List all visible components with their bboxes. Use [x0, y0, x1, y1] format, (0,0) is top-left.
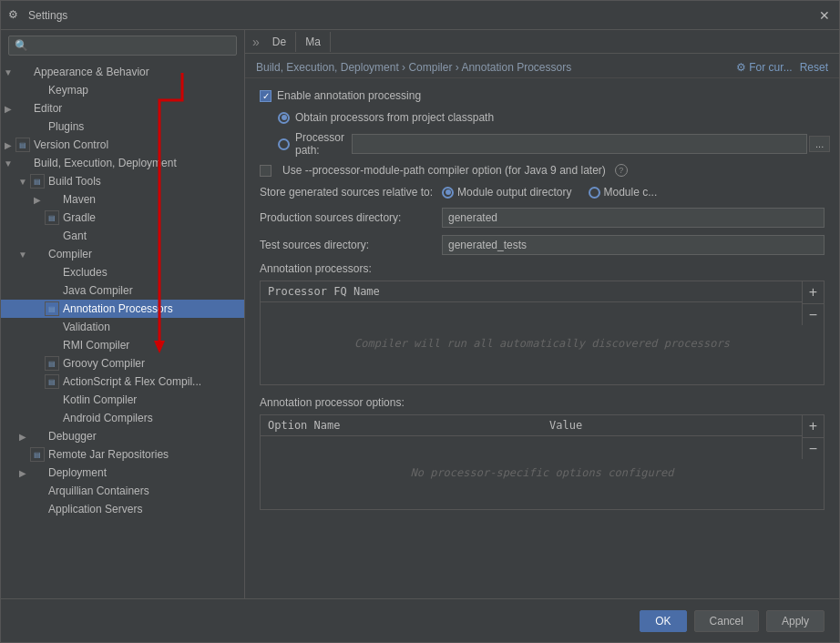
- main-content: ✓ Enable annotation processing Obtain pr…: [245, 78, 839, 598]
- sidebar-item-actionscript[interactable]: ▤ ActionScript & Flex Compil...: [1, 373, 244, 391]
- sidebar-label-plugins: Plugins: [48, 120, 84, 133]
- store-sources-label: Store generated sources relative to:: [260, 186, 433, 199]
- tree-icon-remote-jar: ▤: [30, 447, 45, 462]
- sidebar-item-keymap[interactable]: Keymap: [1, 81, 244, 99]
- test-sources-row: Test sources directory:: [260, 235, 825, 255]
- test-sources-label: Test sources directory:: [260, 239, 442, 251]
- breadcrumb-bar: Build, Execution, Deployment › Compiler …: [245, 54, 839, 78]
- processors-add-button[interactable]: +: [802, 281, 824, 303]
- sidebar-label-build: Build, Execution, Deployment: [34, 157, 177, 169]
- tab-ma[interactable]: Ma: [296, 32, 331, 52]
- sources-radio-group: Module output directory Module c...: [442, 186, 657, 199]
- ok-button[interactable]: OK: [640, 610, 686, 632]
- tree-arrow-actionscript: [30, 374, 45, 389]
- obtain-processors-text: Obtain processors from project classpath: [295, 111, 494, 124]
- sidebar-label-appearance: Appearance & Behavior: [34, 66, 149, 78]
- sidebar-item-groovy-compiler[interactable]: ▤ Groovy Compiler: [1, 354, 244, 373]
- sidebar-label-validation: Validation: [63, 321, 110, 333]
- sidebar-item-android-compilers[interactable]: Android Compilers: [1, 409, 244, 427]
- sidebar-label-editor: Editor: [34, 102, 62, 115]
- obtain-processors-radio[interactable]: [278, 112, 290, 124]
- sidebar-item-gant[interactable]: Gant: [1, 227, 244, 245]
- apply-button[interactable]: Apply: [766, 610, 825, 632]
- options-add-button[interactable]: +: [802, 415, 824, 437]
- sidebar-item-kotlin-compiler[interactable]: Kotlin Compiler: [1, 391, 244, 409]
- sidebar-item-version-control[interactable]: ▶ ▤ Version Control: [1, 136, 244, 154]
- processor-path-row: Processor path: ...: [260, 131, 825, 157]
- dialog-title: Settings: [28, 9, 817, 22]
- sidebar-item-application-servers[interactable]: Application Servers: [1, 500, 244, 518]
- sidebar-label-annotation-processors: Annotation Processors: [63, 302, 173, 315]
- production-sources-label: Production sources directory:: [260, 211, 442, 224]
- processor-path-label[interactable]: Processor path:: [278, 131, 344, 157]
- help-icon[interactable]: ?: [615, 164, 628, 177]
- cancel-button[interactable]: Cancel: [694, 610, 759, 632]
- sidebar-item-rmi-compiler[interactable]: RMI Compiler: [1, 336, 244, 354]
- tree-icon-groovy-compiler: ▤: [45, 356, 59, 371]
- sidebar-item-plugins[interactable]: Plugins: [1, 117, 244, 136]
- settings-dialog: ⚙ Settings ✕ ▼ Appearance & Behavior Key…: [0, 0, 840, 643]
- sidebar-item-debugger[interactable]: ▶ Debugger: [1, 427, 244, 445]
- sidebar-label-deployment: Deployment: [48, 466, 107, 479]
- options-remove-button[interactable]: −: [802, 437, 824, 459]
- module-c-label: Module c...: [604, 186, 658, 199]
- tree-icon-build-tools: ▤: [30, 174, 45, 189]
- sidebar-label-android-compilers: Android Compilers: [63, 412, 153, 424]
- sidebar-item-excludes[interactable]: Excludes: [1, 263, 244, 281]
- sidebar-item-editor[interactable]: ▶ Editor: [1, 99, 244, 117]
- sidebar-item-annotation-processors[interactable]: ▤ Annotation Processors: [1, 300, 244, 318]
- sidebar-label-java-compiler: Java Compiler: [63, 284, 133, 297]
- dialog-footer: OK Cancel Apply: [1, 598, 839, 642]
- processors-table-header: Processor FQ Name: [261, 281, 824, 302]
- search-input[interactable]: [8, 36, 237, 56]
- processor-path-browse[interactable]: ...: [809, 136, 830, 152]
- enable-annotation-checkbox[interactable]: ✓: [260, 90, 271, 102]
- content-area: ▼ Appearance & Behavior Keymap ▶ Editor …: [1, 30, 839, 598]
- sidebar-label-groovy-compiler: Groovy Compiler: [63, 357, 145, 370]
- tree-arrow-compiler: ▼: [15, 247, 30, 261]
- sidebar-item-arquillian[interactable]: Arquillian Containers: [1, 482, 244, 500]
- tab-de[interactable]: De: [263, 32, 296, 52]
- sidebar-label-actionscript: ActionScript & Flex Compil...: [63, 375, 201, 388]
- sidebar-item-compiler[interactable]: ▼ Compiler: [1, 245, 244, 263]
- processor-path-input[interactable]: [352, 134, 807, 154]
- module-output-radio[interactable]: [442, 187, 454, 199]
- options-table-header: Option Name Value: [261, 415, 824, 436]
- sidebar-label-gant: Gant: [63, 230, 87, 242]
- processor-module-checkbox[interactable]: [260, 165, 271, 177]
- tree-arrow-build: ▼: [1, 156, 15, 170]
- value-header: Value: [542, 415, 824, 435]
- sidebar-item-validation[interactable]: Validation: [1, 318, 244, 336]
- tree-arrow-application-servers: [15, 502, 30, 516]
- test-sources-input[interactable]: [442, 235, 825, 255]
- sidebar-item-deployment[interactable]: ▶ Deployment: [1, 464, 244, 482]
- processor-module-text: Use --processor-module-path compiler opt…: [282, 164, 606, 177]
- production-sources-input[interactable]: [442, 208, 825, 228]
- sidebar-item-appearance[interactable]: ▼ Appearance & Behavior: [1, 63, 244, 81]
- module-c-radio[interactable]: [589, 187, 600, 199]
- tree-arrow-gradle: [30, 210, 45, 225]
- processors-remove-button[interactable]: −: [802, 303, 824, 325]
- tree-arrow-arquillian: [15, 484, 30, 498]
- processor-path-radio[interactable]: [278, 138, 290, 150]
- tree-icon-gradle: ▤: [45, 210, 59, 225]
- sidebar-item-build-tools[interactable]: ▼ ▤ Build Tools: [1, 172, 244, 190]
- sidebar-label-application-servers: Application Servers: [48, 503, 142, 515]
- obtain-processors-label[interactable]: Obtain processors from project classpath: [278, 111, 494, 124]
- sidebar-item-gradle[interactable]: ▤ Gradle: [1, 209, 244, 227]
- sidebar-tree: ▼ Appearance & Behavior Keymap ▶ Editor …: [1, 61, 244, 598]
- enable-annotation-label[interactable]: ✓ Enable annotation processing: [260, 89, 421, 102]
- sidebar-item-maven[interactable]: ▶ Maven: [1, 190, 244, 209]
- sidebar-item-build[interactable]: ▼ Build, Execution, Deployment: [1, 154, 244, 172]
- tree-arrow-kotlin-compiler: [30, 393, 45, 407]
- sidebar-item-remote-jar[interactable]: ▤ Remote Jar Repositories: [1, 445, 244, 464]
- sidebar-label-version-control: Version Control: [34, 138, 108, 151]
- sidebar-label-excludes: Excludes: [63, 266, 108, 279]
- tree-arrow-groovy-compiler: [30, 356, 45, 371]
- sidebar-label-debugger: Debugger: [48, 430, 97, 443]
- tree-arrow-validation: [30, 320, 45, 334]
- close-button[interactable]: ✕: [817, 8, 832, 23]
- reset-link[interactable]: Reset: [800, 61, 828, 74]
- tree-arrow-deployment: ▶: [15, 465, 30, 480]
- sidebar-item-java-compiler[interactable]: Java Compiler: [1, 281, 244, 300]
